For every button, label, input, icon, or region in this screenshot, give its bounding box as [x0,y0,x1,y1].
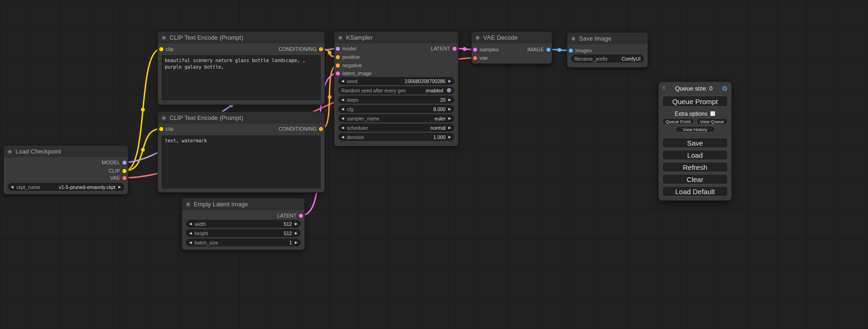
decrement-arrow-icon[interactable]: ◀ [341,107,344,111]
widget-steps[interactable]: ◀ steps 20 ▶ [338,96,454,104]
widget-label: filename_prefix [574,56,607,62]
widget-height[interactable]: ◀ height 512 ▶ [186,229,301,237]
widget-label: steps [347,97,359,103]
increment-arrow-icon[interactable]: ▶ [448,117,451,120]
widget-sampler-name[interactable]: ◀ sampler_name euler ▶ [338,114,454,122]
decrement-arrow-icon[interactable]: ◀ [341,135,344,139]
decrement-arrow-icon[interactable]: ◀ [341,98,344,102]
increment-arrow-icon[interactable]: ▶ [448,79,451,83]
increment-arrow-icon[interactable]: ▶ [448,98,451,102]
vae-output-dot[interactable] [122,176,127,180]
conditioning-output-dot[interactable] [319,127,323,131]
decrement-arrow-icon[interactable]: ◀ [189,231,192,235]
widget-filename-prefix[interactable]: filename_prefix ComfyUI [571,55,644,63]
decrement-arrow-icon[interactable]: ◀ [189,222,192,226]
conditioning-output-dot[interactable] [319,47,323,51]
view-history-button[interactable]: View History [676,126,715,133]
widget-random-seed-toggle[interactable]: Random seed after every gen enabled [338,86,454,94]
node-vae-decode[interactable]: VAE Decode samples IMAGE vae [472,32,552,63]
latent-input-dot[interactable] [473,48,477,52]
view-queue-button[interactable]: View Queue [696,118,728,125]
conditioning-input-dot[interactable] [336,63,340,68]
output-slot-conditioning: CONDITIONING [279,45,323,53]
collapse-dot-icon[interactable] [162,116,166,120]
load-button[interactable]: Load [662,150,728,160]
input-slot-images: images [569,47,592,54]
extra-options-checkbox[interactable] [710,111,715,116]
clip-output-dot[interactable] [122,169,127,173]
image-input-dot[interactable] [569,49,573,53]
widget-width[interactable]: ◀ width 512 ▶ [186,220,301,228]
decrement-arrow-icon[interactable]: ◀ [189,241,192,245]
widget-scheduler[interactable]: ◀ scheduler normal ▶ [338,124,454,132]
node-header[interactable]: VAE Decode [472,32,552,43]
negative-prompt-textarea[interactable]: text, watermark [162,135,321,189]
input-slot-latent-image: latent_image [336,70,372,77]
toggle-knob-icon[interactable] [447,88,451,92]
widget-cfg[interactable]: ◀ cfg 8.000 ▶ [338,105,454,113]
increment-arrow-icon[interactable]: ▶ [295,222,297,226]
slot-label: VAE [110,175,120,181]
slot-label: LATENT [277,213,296,218]
clip-input-dot[interactable] [159,47,163,51]
collapse-dot-icon[interactable] [475,35,480,40]
load-default-button[interactable]: Load Default [662,186,728,196]
clip-input-dot[interactable] [159,127,163,131]
slot-label: IMAGE [528,47,544,52]
image-output-dot[interactable] [546,48,550,52]
latent-output-dot[interactable] [299,214,303,218]
node-clip-text-encode-negative[interactable]: CLIP Text Encode (Prompt) clip CONDITION… [158,112,325,192]
collapse-dot-icon[interactable] [7,149,12,154]
node-load-checkpoint[interactable]: Load Checkpoint MODEL CLIP VAE ◀ ckpt_na… [4,146,128,194]
increment-arrow-icon[interactable]: ▶ [295,241,297,245]
widget-value: ComfyUI [621,56,641,62]
node-header[interactable]: Save Image [567,33,648,44]
node-clip-text-encode-positive[interactable]: CLIP Text Encode (Prompt) clip CONDITION… [158,32,325,105]
decrement-arrow-icon[interactable]: ◀ [11,185,14,189]
widget-ckpt-name[interactable]: ◀ ckpt_name v1-5-pruned-emaonly.ckpt ▶ [7,183,124,191]
node-header[interactable]: KSampler [334,32,458,43]
slot-label: CONDITIONING [279,126,317,132]
output-slot-model: MODEL [102,159,127,166]
decrement-arrow-icon[interactable]: ◀ [341,117,344,120]
latent-output-dot[interactable] [452,47,457,51]
conditioning-input-dot[interactable] [336,55,340,59]
save-button[interactable]: Save [662,138,728,148]
widget-seed[interactable]: ◀ seed 156680208700286 ▶ [338,77,454,85]
widget-denoise[interactable]: ◀ denoise 1.000 ▶ [338,133,454,141]
collapse-dot-icon[interactable] [162,35,166,40]
collapse-dot-icon[interactable] [571,36,576,41]
node-header[interactable]: Empty Latent Image [182,198,304,210]
increment-arrow-icon[interactable]: ▶ [448,107,451,111]
widget-label: cfg [347,106,353,112]
clear-button[interactable]: Clear [662,174,728,184]
settings-gear-icon[interactable]: ⚙ [722,85,728,92]
node-header[interactable]: CLIP Text Encode (Prompt) [158,32,325,43]
output-slot-latent: LATENT [277,212,303,219]
vae-input-dot[interactable] [473,56,477,60]
decrement-arrow-icon[interactable]: ◀ [341,126,344,130]
decrement-arrow-icon[interactable]: ◀ [341,79,344,83]
node-empty-latent-image[interactable]: Empty Latent Image LATENT ◀ width 512 ▶ … [182,198,304,250]
positive-prompt-textarea[interactable]: beautiful scenery nature glass bottle la… [162,55,321,100]
model-input-dot[interactable] [336,47,340,51]
refresh-button[interactable]: Refresh [662,162,728,172]
node-header[interactable]: CLIP Text Encode (Prompt) [158,112,325,124]
widget-label: batch_size [195,240,218,245]
widget-batch-size[interactable]: ◀ batch_size 1 ▶ [186,238,301,246]
queue-prompt-button[interactable]: Queue Prompt [662,96,728,107]
node-ksampler[interactable]: KSampler model positive negative latent_… [334,32,458,146]
increment-arrow-icon[interactable]: ▶ [295,231,297,235]
drag-handle-icon[interactable]: ⠿ [662,85,666,91]
increment-arrow-icon[interactable]: ▶ [448,126,451,130]
model-output-dot[interactable] [122,161,127,165]
increment-arrow-icon[interactable]: ▶ [118,185,121,189]
node-title: CLIP Text Encode (Prompt) [169,114,243,121]
increment-arrow-icon[interactable]: ▶ [448,135,451,139]
node-save-image[interactable]: Save Image images filename_prefix ComfyU… [567,33,648,67]
collapse-dot-icon[interactable] [186,202,191,207]
latent-input-dot[interactable] [336,71,340,76]
collapse-dot-icon[interactable] [338,35,343,40]
queue-front-button[interactable]: Queue Front [662,118,694,125]
node-header[interactable]: Load Checkpoint [4,146,128,157]
